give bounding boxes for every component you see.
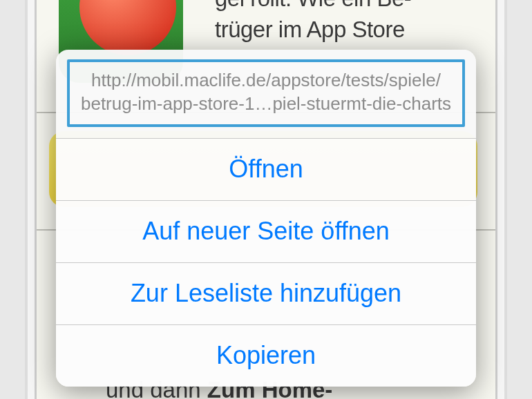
copy-button[interactable]: Kopieren: [56, 324, 476, 387]
sheet-header: http://mobil.maclife.de/appstore/tests/s…: [56, 50, 476, 138]
phone-screen: gel rollt. Wie ein Be-trüger im App Stor…: [35, 0, 497, 399]
link-action-sheet: http://mobil.maclife.de/appstore/tests/s…: [56, 50, 476, 387]
outer-frame: gel rollt. Wie ein Be-trüger im App Stor…: [25, 0, 507, 399]
add-to-reading-list-button[interactable]: Zur Leseliste hinzufügen: [56, 262, 476, 324]
url-line-2: betrug-im-app-store-1…piel-stuermt-die-c…: [75, 93, 457, 116]
url-display: http://mobil.maclife.de/appstore/tests/s…: [67, 59, 465, 127]
page-background: gel rollt. Wie ein Be-trüger im App Stor…: [37, 0, 495, 399]
url-line-1: http://mobil.maclife.de/appstore/tests/s…: [75, 69, 457, 93]
open-button[interactable]: Öffnen: [56, 138, 476, 200]
article-text: gel rollt. Wie ein Be-trüger im App Stor…: [215, 0, 488, 45]
open-in-new-page-button[interactable]: Auf neuer Seite öffnen: [56, 200, 476, 262]
